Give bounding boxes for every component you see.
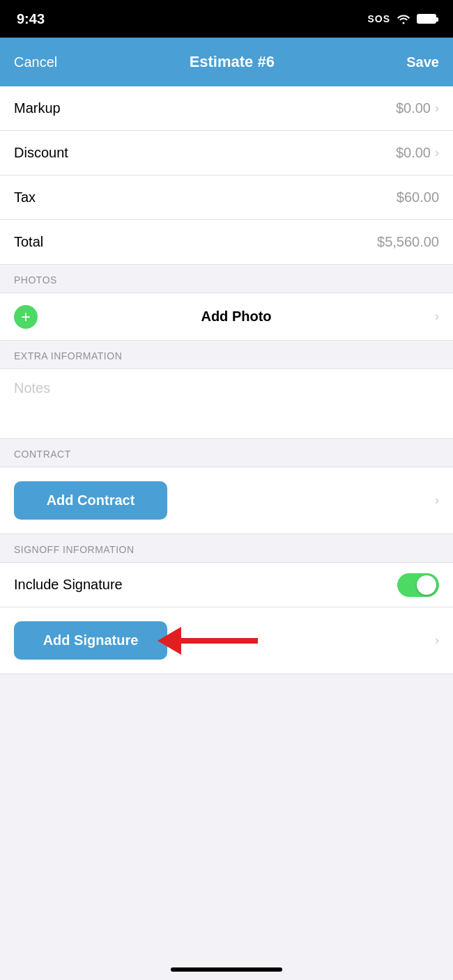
tax-value: $60.00	[397, 189, 439, 205]
tax-row: Tax $60.00	[0, 176, 453, 220]
total-label: Total	[14, 234, 43, 250]
content-area: Markup $0.00 › Discount $0.00 › Tax $60.…	[0, 86, 453, 674]
markup-value: $0.00	[396, 100, 431, 116]
markup-chevron: ›	[435, 101, 439, 116]
arrow-head	[158, 627, 181, 655]
total-row: Total $5,560.00	[0, 220, 453, 265]
nav-title: Estimate #6	[190, 53, 275, 71]
discount-chevron: ›	[435, 146, 439, 160]
add-photo-row[interactable]: + Add Photo ›	[0, 293, 453, 341]
discount-row[interactable]: Discount $0.00 ›	[0, 131, 453, 176]
add-contract-row: Add Contract ›	[0, 467, 453, 534]
markup-row[interactable]: Markup $0.00 ›	[0, 86, 453, 131]
sos-indicator: SOS	[367, 13, 390, 24]
add-signature-button[interactable]: Add Signature	[14, 621, 167, 660]
include-signature-label: Include Signature	[14, 577, 123, 593]
include-signature-toggle[interactable]	[397, 573, 439, 597]
add-photo-chevron: ›	[435, 309, 439, 324]
red-arrow-indicator	[181, 638, 258, 644]
nav-bar: Cancel Estimate #6 Save	[0, 38, 453, 86]
time: 9:43	[17, 11, 45, 27]
notes-placeholder: Notes	[14, 380, 50, 396]
status-bar: 9:43 SOS	[0, 0, 453, 38]
discount-value: $0.00	[396, 145, 431, 161]
tax-value-group: $60.00	[397, 189, 439, 205]
total-value-group: $5,560.00	[377, 234, 439, 250]
discount-label: Discount	[14, 145, 68, 161]
add-contract-chevron: ›	[435, 493, 439, 508]
include-signature-row: Include Signature	[0, 563, 453, 607]
signoff-section-header: SIGNOFF INFORMATION	[0, 534, 453, 563]
add-photo-plus-icon: +	[14, 305, 38, 329]
notes-input-area[interactable]: Notes	[0, 369, 453, 439]
home-indicator	[171, 967, 282, 972]
add-signature-chevron: ›	[435, 633, 439, 648]
total-value: $5,560.00	[377, 234, 439, 250]
extra-info-section-header: EXTRA INFORMATION	[0, 341, 453, 369]
add-photo-label: Add Photo	[49, 309, 424, 325]
toggle-knob	[417, 575, 436, 595]
discount-value-group: $0.00 ›	[396, 145, 439, 161]
contract-section-header: CONTRACT	[0, 439, 453, 467]
save-button[interactable]: Save	[406, 54, 439, 70]
markup-value-group: $0.00 ›	[396, 100, 439, 116]
tax-label: Tax	[14, 189, 36, 205]
add-contract-button[interactable]: Add Contract	[14, 481, 167, 520]
add-signature-row: Add Signature ›	[0, 607, 453, 674]
status-icons: SOS	[367, 13, 436, 24]
wifi-icon	[396, 13, 411, 24]
cancel-button[interactable]: Cancel	[14, 54, 57, 70]
battery-icon	[417, 14, 436, 24]
markup-label: Markup	[14, 100, 61, 116]
photos-section-header: PHOTOS	[0, 265, 453, 293]
